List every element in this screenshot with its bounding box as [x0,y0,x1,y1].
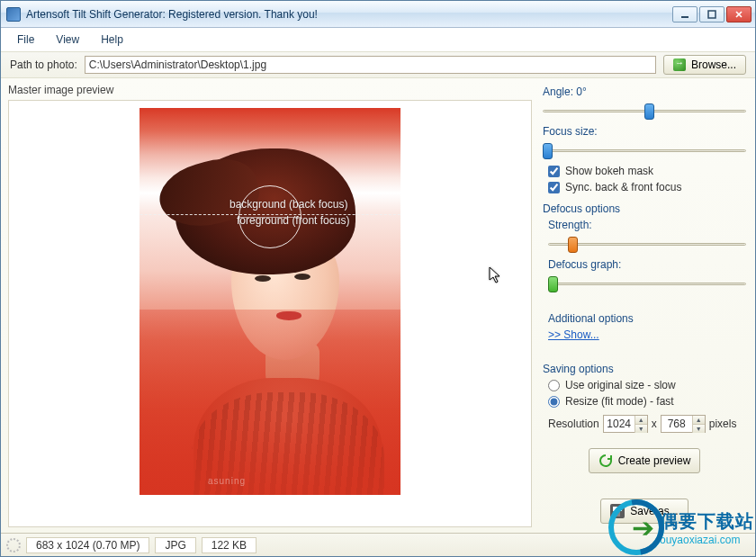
res-width-up[interactable]: ▲ [635,416,647,425]
side-panel: Angle: 0° Focus size: Show bokeh mask Sy… [539,78,755,533]
save-as-label: Save as... [630,505,678,517]
defocus-graph-label: Defocus graph: [548,258,746,271]
resolution-row: Resolution 1024 ▲▼ x 768 ▲▼ pixels [548,415,746,433]
focus-size-label: Focus size: [543,125,746,138]
res-height-up[interactable]: ▲ [693,416,705,425]
res-x-label: x [652,418,657,430]
use-original-label: Use original size - slow [565,379,676,391]
resize-fast-label: Resize (fit mode) - fast [565,395,674,408]
show-mask-checkbox[interactable]: Show bokeh mask [548,165,746,177]
use-original-radio[interactable]: Use original size - slow [548,379,746,391]
additional-options-label: Additional options [548,312,746,325]
menubar: File View Help [1,28,755,51]
res-width-value: 1024 [604,418,634,430]
angle-thumb[interactable] [644,103,654,120]
saving-options-label: Saving options [543,363,746,375]
preview-title: Master image preview [8,84,532,96]
res-height-spin[interactable]: 768 ▲▼ [661,415,706,433]
minimize-button[interactable] [672,6,698,22]
app-window: Artensoft Tilt Shift Generator: Register… [0,0,756,557]
defocus-graph-thumb[interactable] [548,276,558,292]
show-additional-link[interactable]: >> Show... [548,328,599,341]
show-mask-label: Show bokeh mask [565,165,653,177]
path-row: Path to photo: Browse... [1,51,755,78]
busy-indicator-icon [6,538,21,553]
browse-icon [673,58,686,71]
res-width-down[interactable]: ▼ [635,425,647,433]
window-title: Artensoft Tilt Shift Generator: Register… [26,8,672,21]
menu-file[interactable]: File [17,33,34,46]
defocus-graph-slider[interactable] [548,274,746,294]
overlay-back-label: background (back focus) [230,198,347,211]
browse-button[interactable]: Browse... [663,55,746,75]
statusbar: 683 x 1024 (0.70 MP) JPG 122 KB [1,533,755,556]
show-mask-input[interactable] [548,166,560,177]
create-preview-button[interactable]: Create preview [589,448,701,473]
defocus-options-label: Defocus options [543,202,746,215]
titlebar: Artensoft Tilt Shift Generator: Register… [1,1,755,28]
status-dimensions: 683 x 1024 (0.70 MP) [26,537,149,553]
status-filesize: 122 KB [202,537,256,553]
preview-area[interactable]: focus line background (back focus) foreg… [8,100,532,527]
menu-view[interactable]: View [56,33,79,46]
strength-thumb[interactable] [568,237,578,253]
browse-label: Browse... [691,58,736,71]
refresh-icon [598,454,613,468]
angle-label: Angle: 0° [543,85,746,98]
resize-fast-input[interactable] [548,396,560,408]
strength-slider[interactable] [548,235,746,255]
save-as-button[interactable]: Save as... [600,499,688,524]
save-icon [610,504,625,518]
preview-pane: Master image preview focus line [1,78,539,533]
strength-label: Strength: [548,219,746,231]
res-unit-label: pixels [709,418,737,430]
sync-label: Sync. back & front focus [565,181,681,193]
image-watermark: asuning [208,476,246,486]
menu-help[interactable]: Help [101,33,123,46]
close-button[interactable] [726,6,752,22]
angle-slider[interactable] [543,102,746,121]
sync-checkbox[interactable]: Sync. back & front focus [548,181,746,193]
resolution-label: Resolution [548,418,599,430]
overlay-front-label: foreground (front focus) [237,214,349,227]
svg-rect-1 [708,11,716,18]
status-format: JPG [155,537,195,553]
resize-fast-radio[interactable]: Resize (fit mode) - fast [548,395,746,408]
focus-size-slider[interactable] [543,141,746,161]
sync-input[interactable] [548,182,560,193]
use-original-input[interactable] [548,380,560,391]
focus-size-thumb[interactable] [543,143,553,159]
body: Master image preview focus line [1,78,755,533]
res-height-down[interactable]: ▼ [693,425,705,433]
create-preview-label: Create preview [618,454,691,467]
res-width-spin[interactable]: 1024 ▲▼ [603,415,648,433]
maximize-button[interactable] [699,6,724,22]
app-icon [6,7,21,22]
path-input[interactable] [85,56,656,74]
path-label: Path to photo: [10,58,77,71]
preview-image: focus line background (back focus) foreg… [140,108,400,495]
res-height-value: 768 [662,418,692,430]
